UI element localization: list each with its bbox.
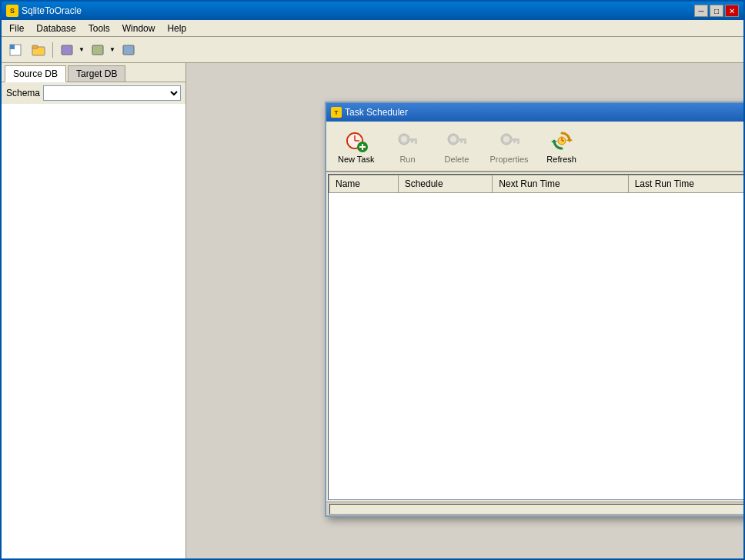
left-panel: Source DB Target DB Schema bbox=[2, 63, 186, 558]
panel-toolbar: Schema bbox=[2, 82, 185, 104]
run-label: Run bbox=[399, 155, 415, 164]
svg-rect-5 bbox=[92, 45, 103, 55]
svg-rect-1 bbox=[10, 45, 15, 49]
toolbar-sep-1 bbox=[52, 42, 53, 58]
properties-button[interactable]: Properties bbox=[483, 125, 535, 168]
toolbar-btn-2[interactable] bbox=[28, 39, 49, 61]
menu-window[interactable]: Window bbox=[116, 22, 162, 35]
run-button[interactable]: Run bbox=[384, 125, 430, 168]
title-bar-controls: ─ □ ✕ bbox=[694, 5, 739, 17]
status-panel bbox=[329, 504, 743, 515]
svg-rect-28 bbox=[513, 141, 516, 143]
delete-button[interactable]: Delete bbox=[433, 125, 479, 168]
svg-rect-21 bbox=[457, 138, 466, 141]
delete-icon bbox=[444, 128, 469, 153]
svg-rect-18 bbox=[411, 141, 413, 143]
svg-rect-6 bbox=[123, 45, 134, 55]
title-bar: S SqliteToOracle ─ □ ✕ bbox=[2, 2, 743, 20]
dialog-title-bar: T Task Scheduler ─ □ ✕ bbox=[326, 103, 743, 122]
dialog-title: Task Scheduler bbox=[345, 107, 408, 118]
menu-tools[interactable]: Tools bbox=[82, 22, 116, 35]
svg-rect-3 bbox=[32, 45, 38, 48]
minimize-button[interactable]: ─ bbox=[694, 5, 708, 17]
tab-target-db[interactable]: Target DB bbox=[68, 65, 125, 82]
modal-overlay: T Task Scheduler ─ □ ✕ bbox=[186, 63, 743, 558]
col-schedule: Schedule bbox=[398, 175, 493, 193]
svg-point-15 bbox=[401, 136, 407, 142]
svg-rect-16 bbox=[408, 138, 417, 141]
new-task-button[interactable]: New Task bbox=[331, 125, 381, 168]
col-name: Name bbox=[329, 175, 399, 193]
main-content: T Task Scheduler ─ □ ✕ bbox=[186, 63, 743, 558]
dialog-statusbar bbox=[326, 502, 743, 515]
content-area: Source DB Target DB Schema T T bbox=[2, 63, 743, 558]
new-task-label: New Task bbox=[338, 155, 374, 164]
task-table: Name Schedule Next Run Time Last Run Tim… bbox=[329, 175, 743, 193]
menu-help[interactable]: Help bbox=[161, 22, 192, 35]
svg-point-25 bbox=[503, 136, 509, 142]
toolbar-btn-1[interactable] bbox=[5, 39, 26, 61]
schema-select[interactable] bbox=[43, 85, 181, 101]
toolbar-btn-5[interactable] bbox=[118, 39, 139, 61]
app-title: SqliteToOracle bbox=[22, 5, 82, 16]
toolbar-group-2: ▼ bbox=[87, 39, 116, 61]
svg-rect-27 bbox=[517, 141, 519, 144]
refresh-icon bbox=[550, 128, 574, 153]
properties-icon bbox=[497, 128, 522, 153]
menu-file[interactable]: File bbox=[3, 22, 30, 35]
dialog-toolbar: New Task bbox=[326, 122, 743, 172]
app-icon: S bbox=[6, 5, 18, 17]
tab-strip: Source DB Target DB bbox=[2, 63, 185, 82]
svg-rect-17 bbox=[415, 141, 417, 144]
task-table-container[interactable]: Name Schedule Next Run Time Last Run Tim… bbox=[328, 174, 743, 500]
dialog-icon: T bbox=[331, 107, 342, 118]
main-window: S SqliteToOracle ─ □ ✕ File Database Too… bbox=[0, 0, 745, 560]
close-button[interactable]: ✕ bbox=[725, 5, 739, 17]
col-next-run: Next Run Time bbox=[493, 175, 628, 193]
toolbar-arrow-1[interactable]: ▼ bbox=[78, 39, 85, 61]
svg-point-20 bbox=[450, 136, 456, 142]
refresh-button[interactable]: Refresh bbox=[539, 125, 585, 168]
svg-marker-30 bbox=[551, 141, 557, 144]
toolbar-btn-3[interactable] bbox=[56, 39, 78, 61]
svg-rect-23 bbox=[460, 141, 463, 143]
menu-bar: File Database Tools Window Help bbox=[2, 20, 743, 37]
toolbar-group-1: ▼ bbox=[56, 39, 85, 61]
svg-rect-22 bbox=[464, 141, 466, 144]
tab-source-db[interactable]: Source DB bbox=[5, 65, 66, 82]
task-scheduler-dialog: T Task Scheduler ─ □ ✕ bbox=[325, 102, 743, 517]
toolbar-arrow-2[interactable]: ▼ bbox=[109, 39, 116, 61]
svg-rect-26 bbox=[510, 138, 519, 141]
new-task-icon bbox=[344, 128, 369, 153]
title-bar-left: S SqliteToOracle bbox=[6, 5, 82, 17]
maximize-button[interactable]: □ bbox=[710, 5, 723, 17]
svg-rect-4 bbox=[62, 45, 72, 55]
schema-label: Schema bbox=[6, 88, 40, 98]
menu-database[interactable]: Database bbox=[30, 22, 82, 35]
run-icon bbox=[395, 128, 419, 153]
refresh-label: Refresh bbox=[546, 155, 576, 164]
properties-label: Properties bbox=[489, 155, 528, 164]
col-last-run: Last Run Time bbox=[628, 175, 743, 193]
delete-label: Delete bbox=[445, 155, 469, 164]
dialog-title-left: T Task Scheduler bbox=[331, 107, 408, 118]
svg-marker-29 bbox=[566, 138, 573, 141]
toolbar-btn-4[interactable] bbox=[87, 39, 109, 61]
main-toolbar: ▼ ▼ bbox=[2, 37, 743, 63]
